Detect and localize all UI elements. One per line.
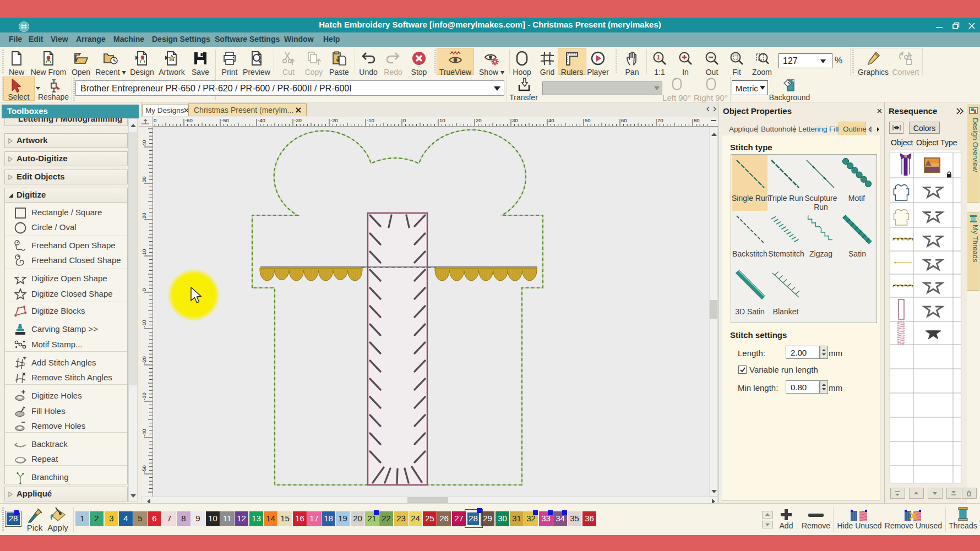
svg-text:-20: -20 <box>330 117 338 123</box>
svg-text:1: 1 <box>657 54 660 61</box>
svg-text:-50: -50 <box>221 117 229 123</box>
svg-text:10: 10 <box>141 249 147 255</box>
svg-text:40: 40 <box>141 140 147 146</box>
svg-text:0: 0 <box>141 288 147 291</box>
svg-text:60: 60 <box>621 117 627 123</box>
svg-text:30: 30 <box>141 176 147 182</box>
svg-text:-10: -10 <box>367 117 374 123</box>
svg-text:-30: -30 <box>294 117 302 123</box>
svg-text:30: 30 <box>512 117 518 123</box>
svg-text:0: 0 <box>154 117 156 123</box>
svg-text:-40: -40 <box>141 429 147 437</box>
svg-text:-40: -40 <box>258 117 265 123</box>
svg-text:10: 10 <box>439 117 445 123</box>
svg-text:80: 80 <box>694 117 700 123</box>
svg-text:20: 20 <box>141 212 147 219</box>
svg-text:70: 70 <box>657 117 663 123</box>
svg-text:-50: -50 <box>141 465 147 473</box>
svg-text:0: 0 <box>403 117 406 123</box>
svg-text:-10: -10 <box>141 320 147 328</box>
svg-text:40: 40 <box>548 117 554 123</box>
svg-text:20: 20 <box>476 117 482 123</box>
svg-text:-60: -60 <box>185 117 193 123</box>
svg-text:-30: -30 <box>141 392 147 400</box>
svg-text:-20: -20 <box>141 356 147 364</box>
svg-text:50: 50 <box>585 117 591 123</box>
